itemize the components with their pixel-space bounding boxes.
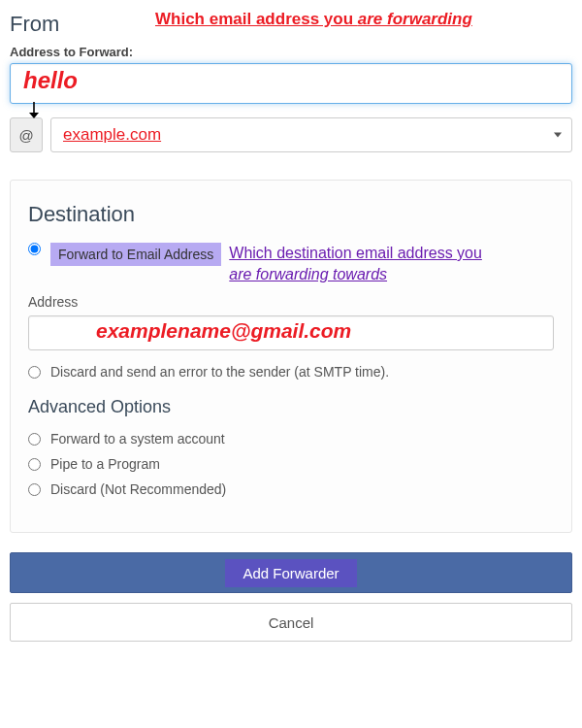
radio-discard-error-label: Discard and send an error to the sender … xyxy=(50,364,389,380)
chevron-down-icon xyxy=(554,133,562,138)
destination-heading: Destination xyxy=(28,202,554,227)
add-forwarder-button-label: Add Forwarder xyxy=(225,559,356,587)
annotation-from: Which email address you are forwarding xyxy=(155,10,472,29)
destination-panel: Destination Forward to Email Address Whi… xyxy=(10,180,572,533)
advanced-options-heading: Advanced Options xyxy=(28,397,554,417)
domain-selected-value: example.com xyxy=(63,125,161,145)
at-symbol-badge: @ xyxy=(10,117,43,152)
address-label: Address xyxy=(28,294,554,310)
radio-discard[interactable] xyxy=(28,483,41,496)
radio-discard-error[interactable] xyxy=(28,366,41,379)
radio-system-account-label: Forward to a system account xyxy=(50,431,225,447)
annotation-destination: Which destination email address you are … xyxy=(229,243,482,284)
cancel-button[interactable]: Cancel xyxy=(10,603,572,642)
arrow-down-icon xyxy=(27,102,41,119)
address-to-forward-input[interactable] xyxy=(10,63,572,104)
address-to-forward-label: Address to Forward: xyxy=(10,45,572,59)
radio-pipe-program-label: Pipe to a Program xyxy=(50,456,160,472)
domain-select[interactable]: example.com xyxy=(50,117,572,152)
radio-forward-to-email-label: Forward to Email Address xyxy=(50,243,221,266)
add-forwarder-button[interactable]: Add Forwarder xyxy=(10,552,572,593)
radio-system-account[interactable] xyxy=(28,433,41,446)
radio-forward-to-email[interactable] xyxy=(28,243,41,255)
destination-address-input[interactable] xyxy=(28,315,554,350)
radio-discard-label: Discard (Not Recommended) xyxy=(50,481,226,497)
radio-pipe-program[interactable] xyxy=(28,458,41,471)
